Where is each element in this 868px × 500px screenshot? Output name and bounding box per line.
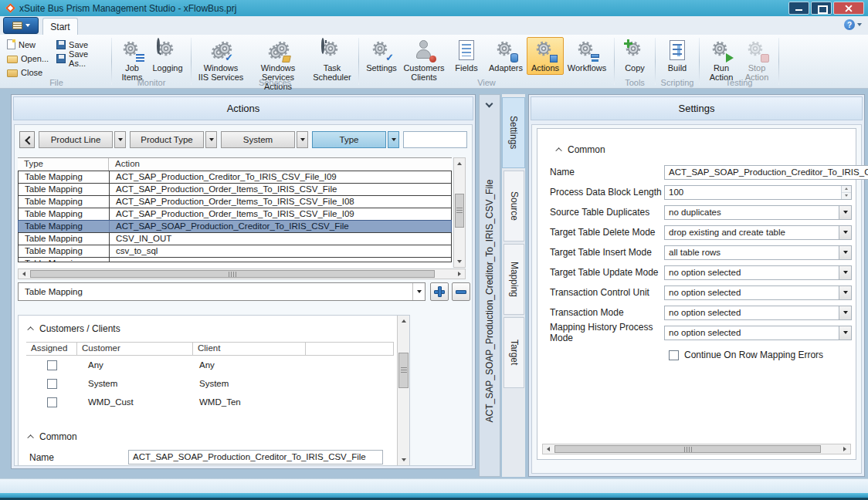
close-button[interactable] — [833, 2, 864, 15]
expand-chevron-icon[interactable] — [486, 100, 493, 108]
chevron-down-icon[interactable] — [839, 306, 851, 319]
chevron-down-icon[interactable] — [839, 246, 851, 259]
process-data-block-length-stepper[interactable]: 100 — [664, 185, 852, 200]
minimize-button[interactable] — [788, 2, 809, 15]
filter-type[interactable]: Type — [312, 131, 386, 148]
tab-start[interactable]: Start — [42, 18, 78, 35]
back-button[interactable] — [19, 131, 35, 148]
settings-button[interactable]: ✓ Settings — [363, 37, 400, 75]
spinner-icon[interactable] — [841, 186, 851, 199]
scroll-left-button[interactable] — [543, 444, 554, 454]
name-field[interactable]: ACT_SAP_SOAP_Production_Creditor_To_IRIS… — [128, 450, 383, 465]
ribbon-group-testing: Run Action Stop Action Testing — [700, 35, 778, 88]
common-section-header[interactable]: Common — [25, 431, 394, 442]
fields-button[interactable]: Fields — [449, 37, 484, 75]
scroll-down-button[interactable] — [398, 454, 409, 465]
task-scheduler-button[interactable]: Task Scheduler — [310, 37, 354, 84]
actions-button[interactable]: Actions — [527, 37, 564, 75]
filter-product-type[interactable]: Product Type — [130, 131, 204, 148]
filter-product-line[interactable]: Product Line — [39, 131, 113, 148]
column-header-action[interactable]: Action — [109, 158, 452, 171]
table-row[interactable]: Table MappingACT_SAP_Production_Order_It… — [18, 183, 452, 196]
copy-button[interactable]: Copy — [619, 37, 651, 75]
table-row[interactable]: Table MappingCSV_IN_OUT — [18, 232, 452, 245]
workflows-button[interactable]: Workflows — [564, 37, 610, 75]
scroll-thumb[interactable] — [30, 270, 435, 278]
settings-hscrollbar[interactable] — [542, 444, 851, 454]
help-button[interactable]: ? — [844, 19, 862, 30]
customer-client-row[interactable]: Any Any — [26, 356, 394, 374]
target-table-delete-mode-select[interactable]: drop existing and create table — [664, 225, 852, 240]
filter-system-dropdown[interactable] — [297, 131, 308, 148]
column-header-assigned[interactable]: Assigned — [26, 343, 77, 355]
table-row[interactable]: Table MappingACT_SAP_Production_Creditor… — [18, 171, 452, 184]
scroll-down-button[interactable] — [454, 256, 465, 267]
common-section-header[interactable]: Common — [553, 144, 856, 155]
application-menu-button[interactable] — [3, 17, 39, 34]
new-button[interactable]: New — [5, 39, 50, 50]
customers-clients-section-header[interactable]: Customers / Clients — [25, 323, 394, 334]
customers-clients-button[interactable]: Customers Clients — [400, 37, 448, 84]
chevron-down-icon[interactable] — [839, 266, 851, 279]
scroll-thumb[interactable] — [554, 445, 821, 453]
adapters-button[interactable]: Adapters — [485, 37, 527, 75]
build-button[interactable]: Build — [659, 37, 695, 75]
table-row-selected[interactable]: Table MappingACT_SAP_SOAP_Production_Cre… — [18, 220, 452, 233]
scroll-right-button[interactable] — [839, 444, 850, 454]
scroll-up-button[interactable] — [398, 316, 409, 326]
open-button[interactable]: Open... — [5, 52, 50, 64]
filter-product-line-dropdown[interactable] — [114, 131, 126, 148]
target-table-update-mode-select[interactable]: no option selected — [664, 265, 852, 280]
job-items-button[interactable]: Job Items — [116, 37, 148, 84]
remove-action-button[interactable] — [452, 282, 470, 301]
continue-on-row-mapping-errors-checkbox[interactable] — [669, 350, 679, 360]
scroll-up-button[interactable] — [454, 158, 465, 169]
close-button-file[interactable]: Close — [5, 66, 50, 78]
chevron-down-icon[interactable] — [839, 286, 851, 299]
maximize-button[interactable] — [811, 2, 832, 15]
scroll-left-button[interactable] — [19, 269, 29, 279]
tab-target[interactable]: Target — [504, 317, 524, 388]
column-header-client[interactable]: Client — [193, 343, 306, 355]
tab-settings[interactable]: Settings — [502, 97, 525, 168]
chevron-down-icon[interactable] — [412, 283, 425, 300]
logging-button[interactable]: Logging — [148, 37, 187, 75]
filter-system[interactable]: System — [221, 131, 295, 148]
name-field[interactable]: ACT_SAP_SOAP_Production_Creditor_To_IRIS… — [664, 165, 868, 180]
column-header-type[interactable]: Type — [18, 158, 109, 171]
transaction-control-unit-select[interactable]: no option selected — [664, 285, 852, 300]
filter-product-type-dropdown[interactable] — [205, 131, 217, 148]
actions-table-hscrollbar[interactable] — [18, 269, 466, 279]
scroll-thumb[interactable] — [398, 353, 409, 388]
tab-source[interactable]: Source — [504, 171, 524, 242]
table-row[interactable]: Table Mapping — [18, 257, 452, 262]
customer-client-row[interactable]: System System — [26, 374, 394, 393]
scroll-thumb[interactable] — [455, 194, 464, 228]
filter-type-dropdown[interactable] — [388, 131, 399, 148]
tab-mapping[interactable]: Mapping — [504, 244, 524, 315]
mapping-history-process-mode-select[interactable]: no option selected — [664, 326, 852, 340]
detail-vscrollbar[interactable] — [397, 316, 409, 465]
chevron-down-icon[interactable] — [839, 226, 851, 239]
windows-iis-services-button[interactable]: ✓ Windows IIS Services — [195, 37, 246, 84]
source-table-duplicates-select[interactable]: no duplicates — [664, 205, 852, 220]
type-selector[interactable]: Table Mapping — [18, 282, 426, 301]
target-table-insert-mode-select[interactable]: all table rows — [664, 245, 852, 260]
transaction-mode-select[interactable]: no option selected — [664, 306, 852, 320]
assigned-checkbox[interactable] — [47, 397, 57, 407]
table-row[interactable]: Table Mappingcsv_to_sql — [18, 245, 452, 258]
run-action-button[interactable]: Run Action — [704, 37, 739, 84]
column-header-customer[interactable]: Customer — [77, 343, 193, 355]
save-as-button[interactable]: Save As... — [55, 52, 107, 64]
chevron-down-icon[interactable] — [839, 206, 851, 219]
filter-search-input[interactable] — [403, 131, 467, 148]
scroll-right-button[interactable] — [454, 269, 465, 279]
actions-table-vscrollbar[interactable] — [453, 157, 466, 268]
chevron-down-icon[interactable] — [839, 326, 851, 340]
table-row[interactable]: Table MappingACT_SAP_Production_Order_It… — [18, 208, 452, 221]
assigned-checkbox[interactable] — [47, 360, 57, 370]
table-row[interactable]: Table MappingACT_SAP_Production_Order_It… — [18, 195, 452, 208]
add-action-button[interactable] — [430, 282, 449, 301]
customer-client-row[interactable]: WMD_Cust WMD_Ten — [26, 393, 394, 411]
assigned-checkbox[interactable] — [47, 379, 57, 389]
